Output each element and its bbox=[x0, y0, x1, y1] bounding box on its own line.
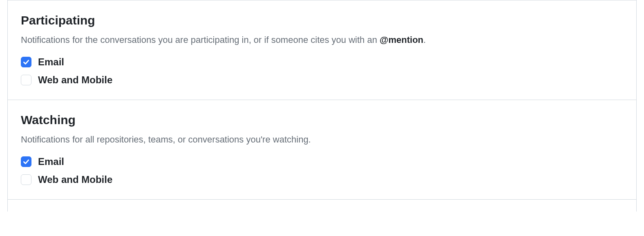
check-icon bbox=[22, 58, 30, 66]
participating-title: Participating bbox=[21, 13, 623, 27]
watching-email-label[interactable]: Email bbox=[38, 156, 64, 167]
participating-webmobile-row: Web and Mobile bbox=[21, 74, 623, 86]
watching-email-checkbox[interactable] bbox=[21, 156, 31, 167]
participating-description-mention: @mention bbox=[380, 35, 423, 45]
participating-description-post: . bbox=[423, 35, 426, 45]
watching-webmobile-row: Web and Mobile bbox=[21, 174, 623, 185]
participating-webmobile-checkbox[interactable] bbox=[21, 75, 31, 85]
notification-settings: Participating Notifications for the conv… bbox=[7, 0, 637, 212]
participating-description: Notifications for the conversations you … bbox=[21, 33, 623, 47]
participating-email-row: Email bbox=[21, 56, 623, 68]
watching-webmobile-label[interactable]: Web and Mobile bbox=[38, 174, 112, 185]
watching-webmobile-checkbox[interactable] bbox=[21, 174, 31, 185]
participating-description-pre: Notifications for the conversations you … bbox=[21, 35, 380, 45]
watching-section: Watching Notifications for all repositor… bbox=[8, 100, 636, 199]
participating-section: Participating Notifications for the conv… bbox=[8, 0, 636, 100]
check-icon bbox=[22, 158, 30, 165]
trailing-section bbox=[8, 199, 636, 212]
participating-webmobile-label[interactable]: Web and Mobile bbox=[38, 74, 112, 86]
participating-email-checkbox[interactable] bbox=[21, 57, 31, 67]
participating-email-label[interactable]: Email bbox=[38, 56, 64, 68]
watching-description: Notifications for all repositories, team… bbox=[21, 133, 623, 146]
watching-email-row: Email bbox=[21, 156, 623, 167]
watching-title: Watching bbox=[21, 113, 623, 127]
